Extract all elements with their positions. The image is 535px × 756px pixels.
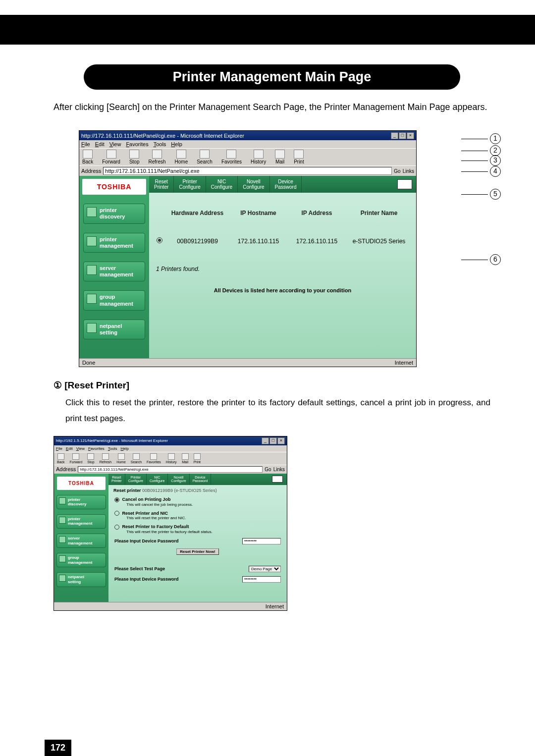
tb-forward[interactable]: Forward — [70, 453, 83, 464]
reset-printer-now-button[interactable]: Reset Printer Now! — [176, 548, 219, 555]
sidebar-item-printer-management[interactable]: printer management — [83, 233, 145, 253]
language-flag-icon[interactable] — [272, 476, 283, 483]
tb-home[interactable]: Home — [175, 150, 188, 164]
radio-factory-default[interactable] — [114, 525, 119, 530]
close-icon[interactable]: × — [277, 437, 285, 444]
sidebar-small: TOSHIBA printer discovery printer manage… — [54, 474, 108, 602]
server-mgmt-icon — [59, 536, 66, 543]
callout-num: 3 — [490, 155, 501, 166]
opt-reset-nic[interactable]: Reset Printer and NIC This will reset th… — [114, 511, 287, 521]
ie-window: http://172.16.110.111/NetPanel/cgi.exe -… — [79, 130, 417, 367]
tab-device-password[interactable]: Device Password — [270, 176, 302, 193]
go-button[interactable]: Go — [394, 168, 400, 174]
ie-menubar[interactable]: File Edit View Favorites Tools Help — [79, 140, 416, 148]
top-tabs: Reset Printer Printer Configure NIC Conf… — [149, 176, 416, 193]
tb-stop[interactable]: Stop — [87, 453, 94, 464]
menu-edit[interactable]: Edit — [66, 446, 73, 451]
menu-favorites[interactable]: Favorites — [126, 141, 148, 147]
sidebar-item-netpanel-setting[interactable]: netpanel setting — [83, 320, 145, 339]
ie-address-bar-small[interactable]: Address Go Links — [54, 465, 287, 474]
tb-forward[interactable]: Forward — [102, 150, 120, 164]
maximize-icon[interactable]: □ — [399, 132, 406, 139]
radio-reset-nic[interactable] — [114, 511, 119, 516]
menu-file[interactable]: File — [81, 141, 90, 147]
sidebar-item-group-management[interactable]: group management — [56, 553, 106, 567]
menu-favorites[interactable]: Favorites — [88, 446, 105, 451]
tb-stop[interactable]: Stop — [129, 150, 140, 164]
tab-novell-configure[interactable]: Novell Configure — [238, 176, 269, 193]
sidebar-item-server-management[interactable]: server management — [83, 262, 145, 281]
menu-help[interactable]: Help — [121, 446, 129, 451]
tb-back[interactable]: Back — [57, 453, 65, 464]
tb-print[interactable]: Print — [294, 150, 304, 164]
printer-mgmt-icon — [87, 236, 97, 246]
menu-edit[interactable]: Edit — [95, 141, 105, 147]
tb-back[interactable]: Back — [82, 150, 93, 164]
col-ip-address: IP Address — [291, 210, 343, 216]
tab-nic-configure[interactable]: NIC Configure — [147, 474, 168, 485]
ie-toolbar[interactable]: Back Forward Stop Refresh Home Search Fa… — [79, 148, 416, 165]
netpanel-body: TOSHIBA printer discovery printer manage… — [79, 176, 416, 358]
tb-mail[interactable]: Mail — [182, 453, 189, 464]
go-button[interactable]: Go — [265, 467, 271, 472]
tb-mail[interactable]: Mail — [275, 150, 285, 164]
tab-reset-printer[interactable]: Reset Printer — [149, 176, 174, 193]
tb-home[interactable]: Home — [116, 453, 126, 464]
links-label[interactable]: Links — [273, 467, 285, 472]
window-control-buttons[interactable]: _□× — [390, 132, 414, 139]
tab-nic-configure[interactable]: NIC Configure — [206, 176, 238, 193]
tb-history[interactable]: History — [251, 150, 266, 164]
tab-printer-configure[interactable]: Printer Configure — [125, 474, 147, 485]
links-label[interactable]: Links — [403, 168, 414, 174]
reset-header-sub: 00B0912199B9 (e-STUDIO25 Series) — [142, 488, 217, 493]
radio-cancel-job[interactable] — [114, 497, 119, 502]
sidebar-item-printer-management[interactable]: printer management — [56, 514, 106, 529]
sidebar-item-printer-discovery[interactable]: printer discovery — [56, 495, 106, 509]
opt-cancel-job[interactable]: Cancel on Printing Job This will cancel … — [114, 497, 287, 507]
address-input[interactable] — [103, 167, 392, 175]
ie-toolbar-small[interactable]: Back Forward Stop Refresh Home Search Fa… — [54, 452, 287, 465]
ie-address-bar[interactable]: Address Go Links — [79, 165, 416, 176]
tb-print[interactable]: Print — [194, 453, 201, 464]
menu-file[interactable]: File — [56, 446, 62, 451]
tb-search[interactable]: Search — [131, 453, 142, 464]
stop-icon — [129, 150, 139, 159]
printer-row[interactable]: 00B0912199B9 172.16.110.115 172.16.110.1… — [149, 237, 416, 245]
row-radio[interactable] — [157, 237, 162, 243]
tb-refresh[interactable]: Refresh — [149, 150, 166, 164]
tb-favorites[interactable]: Favorites — [147, 453, 161, 464]
tb-favorites[interactable]: Favorites — [221, 150, 242, 164]
sidebar-item-group-management[interactable]: group management — [83, 290, 145, 310]
sidebar-item-server-management[interactable]: server management — [56, 534, 106, 548]
opt-factory-default[interactable]: Reset Printer to Factory Default This wi… — [114, 524, 287, 534]
minimize-icon[interactable]: _ — [391, 132, 398, 139]
menu-help[interactable]: Help — [171, 141, 182, 147]
sidebar-item-printer-discovery[interactable]: printer discovery — [83, 204, 145, 223]
discovery-icon — [87, 207, 97, 217]
tab-novell-configure[interactable]: Novell Configure — [168, 474, 189, 485]
address-input-small[interactable] — [78, 466, 263, 473]
test-page-select[interactable]: Demo Page — [249, 566, 281, 572]
sidebar-label: netpanel setting — [100, 323, 122, 335]
sidebar-label: netpanel setting — [68, 575, 84, 584]
close-icon[interactable]: × — [407, 132, 414, 139]
ie-menubar-small[interactable]: File Edit View Favorites Tools Help — [54, 445, 287, 452]
language-flag-icon[interactable] — [397, 179, 412, 189]
menu-view[interactable]: View — [76, 446, 85, 451]
tab-reset-printer[interactable]: Reset Printer — [108, 474, 125, 485]
minimize-icon[interactable]: _ — [262, 437, 269, 444]
maximize-icon[interactable]: □ — [269, 437, 277, 444]
status-right: Internet — [266, 603, 284, 609]
tb-refresh[interactable]: Refresh — [100, 453, 112, 464]
menu-view[interactable]: View — [109, 141, 121, 147]
window-control-buttons-small[interactable]: _□× — [261, 437, 285, 444]
tab-device-password[interactable]: Device Password — [190, 474, 212, 485]
tb-search[interactable]: Search — [197, 150, 213, 164]
device-password-input[interactable]: ******** — [242, 538, 281, 544]
tab-printer-configure[interactable]: Printer Configure — [174, 176, 206, 193]
device-password-input-2[interactable]: ******** — [242, 576, 281, 583]
tb-history[interactable]: History — [166, 453, 177, 464]
menu-tools[interactable]: Tools — [108, 446, 117, 451]
menu-tools[interactable]: Tools — [154, 141, 166, 147]
sidebar-item-netpanel-setting[interactable]: netpanel setting — [56, 572, 106, 587]
